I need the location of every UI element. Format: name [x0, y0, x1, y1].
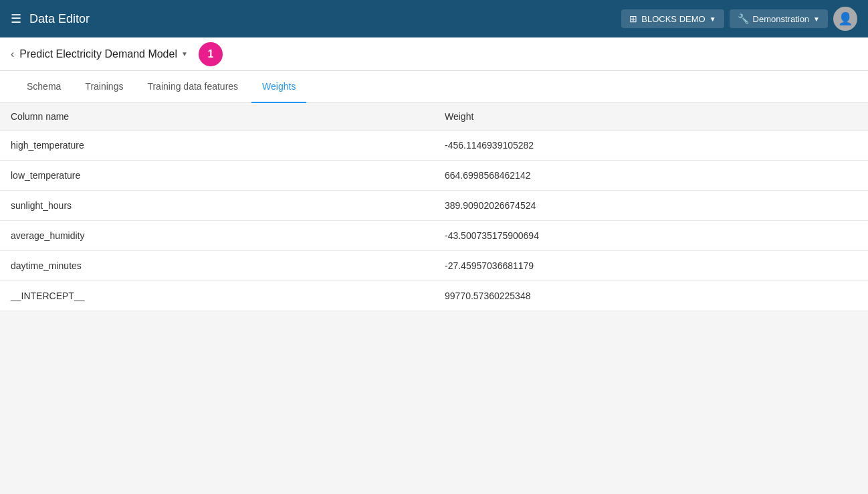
back-icon: ‹ — [11, 48, 14, 60]
blocks-demo-chevron-icon: ▼ — [710, 15, 716, 23]
nav-left: ☰ Data Editor — [11, 11, 90, 26]
table-row: sunlight_hours389.90902026674524 — [0, 191, 868, 221]
table-header: Column name Weight — [0, 103, 868, 131]
nav-right: ⊞ BLOCKS DEMO ▼ 🔧 Demonstration ▼ 👤 — [621, 7, 857, 31]
model-title-chevron-icon: ▼ — [181, 50, 188, 58]
app-title: Data Editor — [29, 12, 90, 26]
wrench-icon: 🔧 — [738, 13, 749, 24]
cell-weight: -27.45957036681179 — [434, 251, 868, 281]
demonstration-label: Demonstration — [753, 14, 810, 24]
blocks-demo-label: BLOCKS DEMO — [641, 14, 705, 24]
cell-column-name: __INTERCEPT__ — [0, 281, 434, 311]
cell-column-name: sunlight_hours — [0, 191, 434, 221]
table-row: __INTERCEPT__99770.57360225348 — [0, 281, 868, 311]
cell-weight: 664.6998568462142 — [434, 161, 868, 191]
avatar[interactable]: 👤 — [833, 7, 857, 31]
subheader: ‹ Predict Electricity Demand Model ▼ 1 — [0, 37, 868, 71]
demonstration-chevron-icon: ▼ — [813, 15, 820, 23]
hamburger-icon[interactable]: ☰ — [11, 11, 21, 26]
main-content: Column name Weight high_temperature-456.… — [0, 103, 868, 311]
cell-weight: 389.90902026674524 — [434, 191, 868, 221]
top-nav: ☰ Data Editor ⊞ BLOCKS DEMO ▼ 🔧 Demonstr… — [0, 0, 868, 37]
cell-column-name: high_temperature — [0, 131, 434, 161]
table-body: high_temperature-456.1146939105282low_te… — [0, 131, 868, 311]
tab-schema[interactable]: Schema — [16, 71, 72, 103]
cell-weight: -43.500735175900694 — [434, 221, 868, 251]
table-header-row: Column name Weight — [0, 103, 868, 131]
cell-column-name: low_temperature — [0, 161, 434, 191]
tab-trainings[interactable]: Trainings — [74, 71, 134, 103]
demonstration-button[interactable]: 🔧 Demonstration ▼ — [730, 9, 828, 28]
blocks-demo-icon: ⊞ — [629, 13, 637, 24]
model-title-text: Predict Electricity Demand Model — [19, 48, 177, 60]
tab-weights[interactable]: Weights — [251, 71, 306, 103]
back-button[interactable]: ‹ — [11, 48, 14, 60]
tab-training-data-features[interactable]: Training data features — [136, 71, 249, 103]
tabs-bar: Schema Trainings Training data features … — [0, 71, 868, 103]
blocks-demo-button[interactable]: ⊞ BLOCKS DEMO ▼ — [621, 9, 724, 28]
table-row: average_humidity-43.500735175900694 — [0, 221, 868, 251]
table-row: high_temperature-456.1146939105282 — [0, 131, 868, 161]
table-row: low_temperature664.6998568462142 — [0, 161, 868, 191]
avatar-icon: 👤 — [838, 11, 853, 26]
cell-weight: -456.1146939105282 — [434, 131, 868, 161]
cell-column-name: daytime_minutes — [0, 251, 434, 281]
col-weight-header: Weight — [434, 103, 868, 131]
model-title: Predict Electricity Demand Model ▼ — [19, 48, 188, 60]
step-badge: 1 — [199, 42, 223, 66]
step-badge-number: 1 — [207, 48, 213, 60]
table-row: daytime_minutes-27.45957036681179 — [0, 251, 868, 281]
cell-column-name: average_humidity — [0, 221, 434, 251]
weights-table: Column name Weight high_temperature-456.… — [0, 103, 868, 311]
cell-weight: 99770.57360225348 — [434, 281, 868, 311]
col-name-header: Column name — [0, 103, 434, 131]
